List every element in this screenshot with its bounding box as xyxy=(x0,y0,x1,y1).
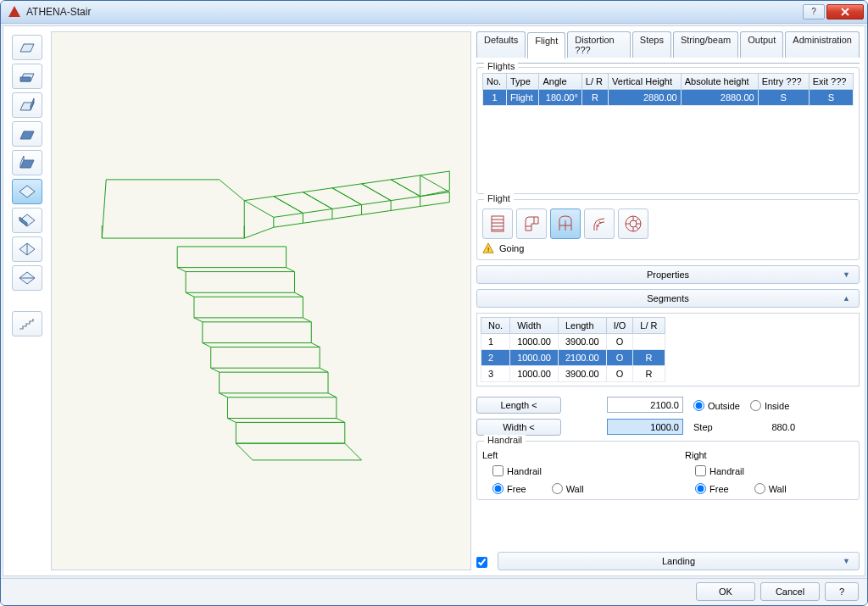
right-wall-radio[interactable]: Wall xyxy=(754,481,787,494)
flight-type-curved-2[interactable] xyxy=(618,208,648,239)
cell-entry: S xyxy=(758,89,809,105)
landing-row: Landing ▼ xyxy=(476,552,860,570)
tab-distortion[interactable]: Distortion ??? xyxy=(567,31,631,58)
outside-radio[interactable]: Outside xyxy=(693,398,740,411)
tool-diamond-4[interactable] xyxy=(12,265,42,291)
right-wall-text: Wall xyxy=(769,484,787,494)
svg-line-48 xyxy=(177,267,186,271)
seg-row[interactable]: 1 1000.00 3900.00 O xyxy=(481,333,665,349)
flight-type-l[interactable] xyxy=(516,208,547,239)
left-handrail-check[interactable]: Handrail xyxy=(492,466,542,476)
ok-button[interactable]: OK xyxy=(696,582,755,601)
going-warning-row: ! Going xyxy=(482,242,854,254)
right-free-radio[interactable]: Free xyxy=(695,481,729,494)
warning-icon: ! xyxy=(482,242,494,254)
svg-marker-19 xyxy=(244,196,303,217)
seg-th-lr[interactable]: L/ R xyxy=(633,317,665,333)
svg-marker-40 xyxy=(236,422,344,443)
svg-line-66 xyxy=(596,225,599,226)
tab-string-beam[interactable]: String/beam xyxy=(673,31,738,58)
seg-th-no[interactable]: No. xyxy=(481,317,510,333)
flights-row[interactable]: 1 Flight 180.00° R 2880.00 2880.00 S S xyxy=(483,89,854,105)
seg-th-io[interactable]: I/O xyxy=(606,317,633,333)
length-button[interactable]: Length < xyxy=(476,397,561,414)
close-button[interactable] xyxy=(826,4,864,19)
tab-steps[interactable]: Steps xyxy=(632,31,671,58)
tool-box-3[interactable] xyxy=(12,92,42,118)
svg-marker-55 xyxy=(236,443,361,460)
svg-line-43 xyxy=(303,317,311,321)
svg-line-47 xyxy=(337,418,345,422)
flights-th-lr[interactable]: L/ R xyxy=(581,73,608,89)
tool-box-2[interactable] xyxy=(12,64,42,89)
tool-diamond-2[interactable] xyxy=(12,208,42,233)
svg-line-41 xyxy=(287,267,295,271)
window-title: ATHENA-Stair xyxy=(26,6,803,18)
segments-collapser[interactable]: Segments ▲ xyxy=(476,289,860,308)
flights-th-vh[interactable]: Vertical Height xyxy=(609,73,682,89)
left-wall-radio[interactable]: Wall xyxy=(552,481,584,494)
properties-collapser[interactable]: Properties ▼ xyxy=(476,265,860,284)
app-icon xyxy=(8,5,21,19)
flights-table[interactable]: No. Type Angle L/ R Vertical Height Abso… xyxy=(482,73,854,106)
handrail-right-col: Right Handrail Free Wall xyxy=(685,450,854,494)
cancel-button[interactable]: Cancel xyxy=(760,582,820,601)
width-input[interactable] xyxy=(607,419,683,435)
stair-preview[interactable] xyxy=(51,31,471,570)
dialog-footer: OK Cancel ? xyxy=(1,578,867,605)
flights-th-ah[interactable]: Absolute height xyxy=(681,73,758,89)
flights-th-angle[interactable]: Angle xyxy=(539,73,581,89)
seg-cell: R xyxy=(633,349,665,365)
landing-checkbox[interactable] xyxy=(476,557,487,568)
svg-line-42 xyxy=(295,292,303,297)
inside-radio[interactable]: Inside xyxy=(750,398,789,411)
flight-type-curved-1[interactable] xyxy=(584,208,615,239)
segments-table[interactable]: No. Width Length I/O L/ R 1 1000.00 3900… xyxy=(481,317,665,382)
tool-diamond-1[interactable] xyxy=(12,179,42,204)
flight-type-u[interactable] xyxy=(550,208,581,239)
landing-collapser[interactable]: Landing ▼ xyxy=(498,552,860,570)
tool-box-4[interactable] xyxy=(12,121,42,147)
flight-type-straight[interactable] xyxy=(482,208,513,239)
svg-marker-21 xyxy=(303,187,361,208)
seg-cell: 3900.00 xyxy=(558,365,606,381)
flights-th-type[interactable]: Type xyxy=(506,73,538,89)
svg-marker-23 xyxy=(362,179,420,200)
svg-line-49 xyxy=(186,292,194,297)
right-handrail-check[interactable]: Handrail xyxy=(695,466,744,476)
help-button[interactable]: ? xyxy=(803,4,825,19)
flights-th-no[interactable]: No. xyxy=(483,73,507,89)
left-wall-text: Wall xyxy=(566,484,584,494)
seg-cell: 2 xyxy=(481,349,510,365)
tool-stair-icon[interactable] xyxy=(12,311,42,336)
tool-box-1[interactable] xyxy=(12,35,42,60)
cell-vh: 2880.00 xyxy=(609,89,682,105)
tab-administration[interactable]: Administration xyxy=(785,31,860,58)
seg-row[interactable]: 2 1000.00 2100.00 O R xyxy=(481,349,665,365)
flights-group: Flights No. Type Angle L/ R Vertical Hei… xyxy=(476,67,860,194)
svg-point-69 xyxy=(630,220,637,227)
outside-label: Outside xyxy=(708,401,740,411)
flights-th-exit[interactable]: Exit ??? xyxy=(809,73,853,89)
tool-box-5[interactable] xyxy=(12,150,42,175)
chevron-down-icon: ▼ xyxy=(843,557,850,565)
svg-line-53 xyxy=(220,392,228,397)
svg-line-46 xyxy=(328,392,337,397)
going-warning-text: Going xyxy=(499,243,524,253)
tool-diamond-3[interactable] xyxy=(12,236,42,262)
seg-row[interactable]: 3 1000.00 3900.00 O R xyxy=(481,365,665,381)
width-button[interactable]: Width < xyxy=(476,419,561,436)
tab-output[interactable]: Output xyxy=(740,31,783,58)
tab-flight[interactable]: Flight xyxy=(527,32,565,58)
flights-th-entry[interactable]: Entry ??? xyxy=(758,73,809,89)
seg-th-length[interactable]: Length xyxy=(558,317,606,333)
help-footer-button[interactable]: ? xyxy=(825,582,859,601)
seg-th-width[interactable]: Width xyxy=(510,317,559,333)
tab-defaults[interactable]: Defaults xyxy=(476,31,526,58)
seg-cell: O xyxy=(606,365,633,381)
left-free-radio[interactable]: Free xyxy=(492,481,526,494)
landing-label: Landing xyxy=(662,556,695,566)
svg-marker-20 xyxy=(274,192,332,213)
length-input[interactable] xyxy=(607,397,683,413)
svg-line-44 xyxy=(311,342,320,347)
